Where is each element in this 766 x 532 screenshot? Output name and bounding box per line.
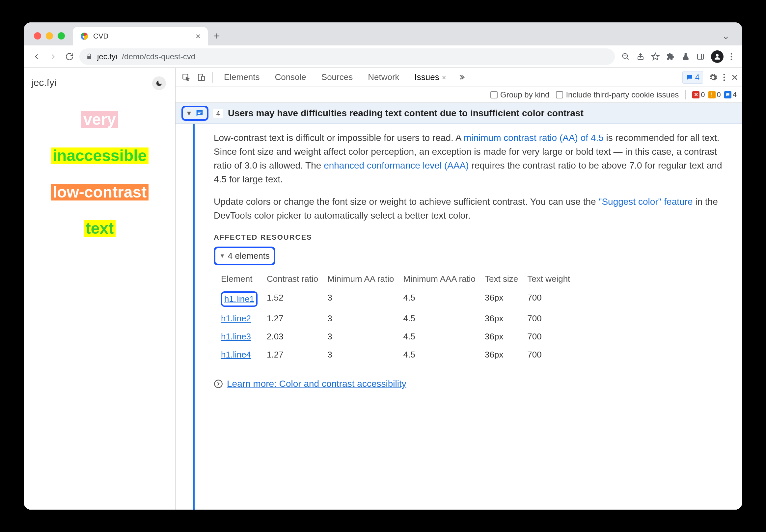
device-toggle-icon[interactable] — [194, 70, 208, 85]
profile-avatar[interactable] — [711, 50, 724, 63]
learn-more-link[interactable]: Learn more: Color and contrast accessibi… — [227, 377, 407, 391]
inspect-icon[interactable] — [179, 70, 193, 85]
cell-contrast: 1.27 — [267, 346, 327, 364]
window-controls — [31, 26, 71, 45]
cell-aaa: 4.5 — [403, 309, 485, 328]
expand-icon[interactable]: ▼ — [186, 110, 192, 117]
third-party-checkbox[interactable]: Include third-party cookie issues — [556, 90, 679, 99]
cell-contrast: 2.03 — [267, 328, 327, 346]
element-link[interactable]: h1.line3 — [221, 332, 251, 341]
sidepanel-icon[interactable] — [697, 53, 704, 61]
issues-toolbar: Group by kind Include third-party cookie… — [175, 87, 742, 103]
line-1: very — [81, 111, 118, 128]
theme-toggle[interactable] — [152, 76, 166, 90]
tab-issues[interactable]: Issues× — [408, 68, 454, 87]
cell-weight: 700 — [527, 328, 579, 346]
tab-close-button[interactable]: × — [196, 31, 200, 41]
group-by-kind-checkbox[interactable]: Group by kind — [490, 90, 549, 99]
labs-icon[interactable] — [681, 52, 690, 61]
element-link[interactable]: h1.line2 — [221, 313, 251, 323]
element-link[interactable]: h1.line4 — [221, 350, 251, 359]
table-row: h1.line4 1.27 3 4.5 36px 700 — [221, 346, 579, 364]
svg-point-18 — [724, 79, 725, 81]
text: Low-contrast text is difficult or imposs… — [214, 133, 464, 143]
line-3: low-contrast — [51, 184, 148, 200]
table-row: h1.line3 2.03 3 4.5 36px 700 — [221, 328, 579, 346]
text: Update colors or change the font size or… — [214, 197, 598, 207]
tab-issues-close[interactable]: × — [442, 73, 446, 82]
cell-contrast: 1.27 — [267, 309, 327, 328]
warnings-count[interactable]: !0 — [708, 91, 721, 99]
cell-aaa: 4.5 — [403, 328, 485, 346]
more-tabs-icon[interactable] — [454, 70, 469, 85]
cell-aaa: 4.5 — [403, 289, 485, 309]
address-bar[interactable]: jec.fyi/demo/cds-quest-cvd — [79, 48, 615, 65]
tab-issues-label: Issues — [415, 72, 439, 82]
cell-aa: 3 — [327, 346, 403, 364]
col-min-aaa: Minimum AAA ratio — [403, 271, 485, 289]
devtools-tabs: Elements Console Sources Network Issues×… — [175, 68, 742, 87]
svg-rect-22 — [198, 113, 200, 114]
svg-point-11 — [731, 56, 732, 57]
messages-count[interactable]: 4 — [724, 91, 737, 99]
reload-button[interactable] — [63, 50, 76, 63]
tab-network[interactable]: Network — [360, 68, 407, 87]
affected-elements-table: Element Contrast ratio Minimum AA ratio … — [221, 271, 579, 364]
tab-title: CVD — [93, 32, 108, 40]
issue-count: 4 — [695, 73, 700, 82]
separator — [685, 90, 686, 99]
highlight-ring: h1.line1 — [221, 291, 257, 307]
svg-point-17 — [724, 76, 725, 78]
affected-resources-title: AFFECTED RESOURCES — [214, 232, 724, 243]
tab-console[interactable]: Console — [267, 68, 313, 87]
message-icon — [195, 109, 204, 118]
tab-elements[interactable]: Elements — [217, 68, 267, 87]
forward-button[interactable] — [46, 50, 60, 63]
svg-point-23 — [214, 380, 222, 387]
svg-point-9 — [716, 54, 719, 57]
link-aaa[interactable]: enhanced conformance level (AAA) — [324, 160, 469, 171]
svg-point-12 — [731, 59, 732, 60]
cell-aa: 3 — [327, 309, 403, 328]
browser-tab[interactable]: CVD × — [73, 27, 208, 45]
tab-sources[interactable]: Sources — [314, 68, 360, 87]
devtools-menu-icon[interactable] — [723, 73, 726, 82]
col-contrast: Contrast ratio — [267, 271, 327, 289]
elements-summary[interactable]: ▼ 4 elements — [214, 247, 275, 265]
svg-rect-21 — [198, 112, 201, 112]
element-link[interactable]: h1.line1 — [224, 294, 254, 304]
errors-count[interactable]: ✕0 — [692, 91, 705, 99]
col-text-weight: Text weight — [527, 271, 579, 289]
close-window-button[interactable] — [34, 32, 41, 40]
highlight-ring: ▼ — [181, 106, 208, 121]
settings-icon[interactable] — [708, 73, 718, 82]
new-tab-button[interactable]: + — [208, 30, 226, 45]
elements-summary-label: 4 elements — [228, 250, 270, 262]
browser-menu-icon[interactable] — [730, 52, 733, 61]
issue-header[interactable]: ▼ 4 Users may have difficulties reading … — [175, 103, 742, 124]
bookmark-icon[interactable] — [651, 52, 660, 61]
link-suggest-color[interactable]: "Suggest color" feature — [598, 197, 693, 207]
svg-point-16 — [724, 73, 725, 75]
issue-counter-badge[interactable]: 4 — [682, 71, 703, 84]
link-min-contrast[interactable]: minimum contrast ratio (AA) of 4.5 — [464, 133, 604, 143]
extensions-icon[interactable] — [666, 52, 675, 61]
table-row: h1.line1 1.52 3 4.5 36px 700 — [221, 289, 579, 309]
count-value: 0 — [717, 91, 721, 99]
maximize-window-button[interactable] — [58, 32, 65, 40]
learn-more-row: Learn more: Color and contrast accessibi… — [214, 377, 724, 391]
cell-size: 36px — [485, 289, 527, 309]
cell-size: 36px — [485, 309, 527, 328]
page-lines: very inaccessible low-contrast text — [31, 111, 169, 237]
tabs-menu-button[interactable] — [716, 34, 735, 45]
issue-rail — [193, 124, 210, 510]
line-2: inaccessible — [51, 147, 149, 164]
col-element: Element — [221, 271, 267, 289]
back-button[interactable] — [30, 50, 43, 63]
zoom-icon[interactable] — [621, 52, 630, 61]
minimize-window-button[interactable] — [46, 32, 53, 40]
share-icon[interactable] — [637, 53, 645, 61]
expand-icon: ▼ — [219, 252, 225, 260]
browser-window: CVD × + jec.fyi/demo/cds-quest-cvd — [24, 22, 742, 510]
devtools-close-icon[interactable] — [731, 73, 739, 81]
